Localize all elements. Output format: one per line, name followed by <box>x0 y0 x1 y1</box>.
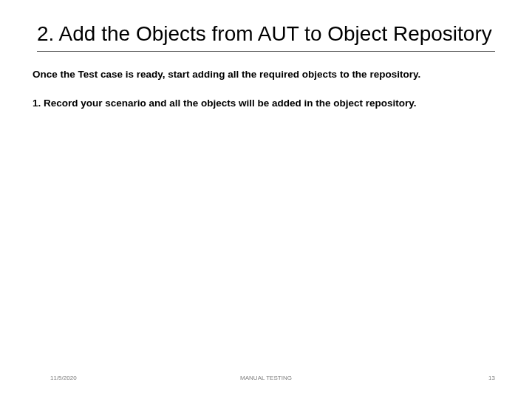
slide-container: 2. Add the Objects from AUT to Object Re… <box>0 0 532 399</box>
step-paragraph: 1. Record your scenario and all the obje… <box>0 85 532 114</box>
title-underline <box>37 51 495 52</box>
slide-footer: 11/5/2020 MANUAL TESTING 13 <box>0 372 532 383</box>
footer-center-text: MANUAL TESTING <box>0 375 532 381</box>
footer-page-number: 13 <box>488 375 495 381</box>
intro-paragraph: Once the Test case is ready, start addin… <box>0 65 532 85</box>
slide-title: 2. Add the Objects from AUT to Object Re… <box>0 0 532 51</box>
